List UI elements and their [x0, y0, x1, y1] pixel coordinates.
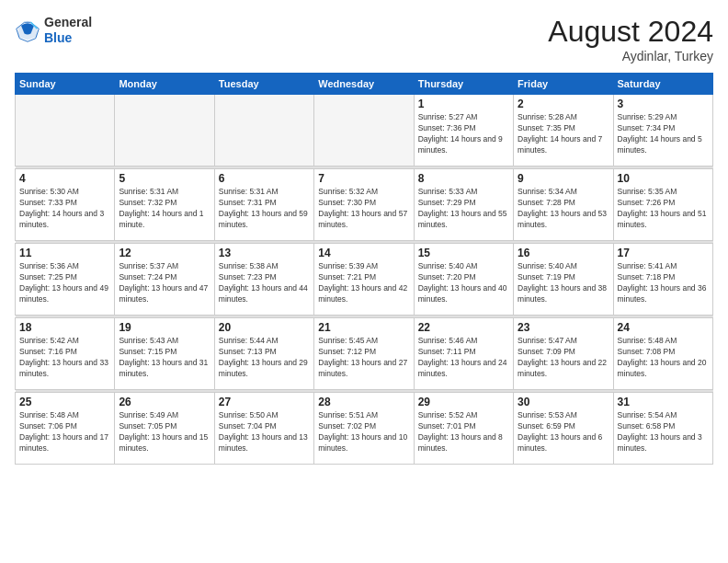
logo-icon	[15, 17, 40, 43]
col-wednesday: Wednesday	[314, 74, 414, 95]
day-info: Sunrise: 5:27 AMSunset: 7:36 PMDaylight:…	[418, 112, 509, 156]
day-info: Sunrise: 5:31 AMSunset: 7:31 PMDaylight:…	[219, 187, 310, 231]
col-thursday: Thursday	[414, 74, 513, 95]
day-info: Sunrise: 5:28 AMSunset: 7:35 PMDaylight:…	[518, 112, 609, 156]
day-number: 5	[119, 172, 210, 185]
day-number: 4	[19, 172, 110, 185]
day-number: 22	[418, 321, 509, 334]
day-info: Sunrise: 5:43 AMSunset: 7:15 PMDaylight:…	[119, 336, 210, 380]
day-info: Sunrise: 5:50 AMSunset: 7:04 PMDaylight:…	[219, 410, 310, 454]
day-number: 3	[618, 98, 709, 110]
day-info: Sunrise: 5:54 AMSunset: 6:58 PMDaylight:…	[618, 410, 709, 454]
table-cell: 12Sunrise: 5:37 AMSunset: 7:24 PMDayligh…	[115, 244, 214, 316]
calendar-week-5: 25Sunrise: 5:48 AMSunset: 7:06 PMDayligh…	[16, 393, 713, 465]
day-info: Sunrise: 5:29 AMSunset: 7:34 PMDaylight:…	[618, 112, 709, 156]
day-number: 10	[618, 172, 709, 185]
title-block: August 2024 Aydinlar, Turkey	[548, 15, 713, 63]
day-number: 15	[418, 247, 509, 259]
table-cell: 24Sunrise: 5:48 AMSunset: 7:08 PMDayligh…	[613, 318, 712, 390]
day-info: Sunrise: 5:31 AMSunset: 7:32 PMDaylight:…	[119, 187, 210, 231]
calendar-week-1: 1Sunrise: 5:27 AMSunset: 7:36 PMDaylight…	[16, 95, 713, 167]
calendar-week-2: 4Sunrise: 5:30 AMSunset: 7:33 PMDaylight…	[16, 169, 713, 241]
day-number: 7	[318, 172, 409, 185]
table-cell: 19Sunrise: 5:43 AMSunset: 7:15 PMDayligh…	[115, 318, 214, 390]
table-cell: 6Sunrise: 5:31 AMSunset: 7:31 PMDaylight…	[214, 169, 313, 241]
col-tuesday: Tuesday	[214, 74, 313, 95]
day-info: Sunrise: 5:47 AMSunset: 7:09 PMDaylight:…	[518, 336, 609, 380]
day-number: 11	[19, 247, 110, 259]
day-info: Sunrise: 5:33 AMSunset: 7:29 PMDaylight:…	[418, 187, 509, 231]
day-number: 25	[19, 396, 110, 408]
day-info: Sunrise: 5:38 AMSunset: 7:23 PMDaylight:…	[219, 261, 310, 305]
table-cell: 3Sunrise: 5:29 AMSunset: 7:34 PMDaylight…	[613, 95, 712, 167]
day-number: 30	[518, 396, 609, 408]
day-number: 24	[618, 321, 709, 334]
day-number: 19	[119, 321, 210, 334]
table-cell: 29Sunrise: 5:52 AMSunset: 7:01 PMDayligh…	[414, 393, 513, 465]
day-info: Sunrise: 5:53 AMSunset: 6:59 PMDaylight:…	[518, 410, 609, 454]
table-cell	[16, 95, 115, 167]
table-cell: 10Sunrise: 5:35 AMSunset: 7:26 PMDayligh…	[613, 169, 712, 241]
day-info: Sunrise: 5:36 AMSunset: 7:25 PMDaylight:…	[19, 261, 110, 305]
day-number: 21	[318, 321, 409, 334]
table-cell: 16Sunrise: 5:40 AMSunset: 7:19 PMDayligh…	[514, 244, 613, 316]
day-number: 27	[219, 396, 310, 408]
day-number: 20	[219, 321, 310, 334]
table-cell: 27Sunrise: 5:50 AMSunset: 7:04 PMDayligh…	[214, 393, 313, 465]
day-number: 29	[418, 396, 509, 408]
table-cell: 18Sunrise: 5:42 AMSunset: 7:16 PMDayligh…	[16, 318, 115, 390]
col-friday: Friday	[514, 74, 613, 95]
logo: General Blue	[15, 15, 92, 46]
table-cell	[115, 95, 214, 167]
logo-text: General Blue	[44, 15, 92, 46]
day-number: 17	[618, 247, 709, 259]
day-info: Sunrise: 5:48 AMSunset: 7:06 PMDaylight:…	[19, 410, 110, 454]
day-info: Sunrise: 5:34 AMSunset: 7:28 PMDaylight:…	[518, 187, 609, 231]
col-monday: Monday	[115, 74, 214, 95]
table-cell: 30Sunrise: 5:53 AMSunset: 6:59 PMDayligh…	[514, 393, 613, 465]
day-info: Sunrise: 5:32 AMSunset: 7:30 PMDaylight:…	[318, 187, 409, 231]
table-cell: 9Sunrise: 5:34 AMSunset: 7:28 PMDaylight…	[514, 169, 613, 241]
col-saturday: Saturday	[613, 74, 712, 95]
day-info: Sunrise: 5:49 AMSunset: 7:05 PMDaylight:…	[119, 410, 210, 454]
day-number: 26	[119, 396, 210, 408]
table-cell	[214, 95, 313, 167]
table-cell: 21Sunrise: 5:45 AMSunset: 7:12 PMDayligh…	[314, 318, 414, 390]
day-number: 14	[318, 247, 409, 259]
day-number: 13	[219, 247, 310, 259]
calendar-header-row: Sunday Monday Tuesday Wednesday Thursday…	[16, 74, 713, 95]
calendar-week-4: 18Sunrise: 5:42 AMSunset: 7:16 PMDayligh…	[16, 318, 713, 390]
table-cell: 11Sunrise: 5:36 AMSunset: 7:25 PMDayligh…	[16, 244, 115, 316]
table-cell: 8Sunrise: 5:33 AMSunset: 7:29 PMDaylight…	[414, 169, 513, 241]
logo-general: General	[44, 15, 92, 30]
calendar-week-3: 11Sunrise: 5:36 AMSunset: 7:25 PMDayligh…	[16, 244, 713, 316]
table-cell: 17Sunrise: 5:41 AMSunset: 7:18 PMDayligh…	[613, 244, 712, 316]
table-cell	[314, 95, 414, 167]
page: General Blue August 2024 Aydinlar, Turke…	[0, 0, 728, 563]
day-number: 9	[518, 172, 609, 185]
header: General Blue August 2024 Aydinlar, Turke…	[15, 15, 713, 63]
table-cell: 26Sunrise: 5:49 AMSunset: 7:05 PMDayligh…	[115, 393, 214, 465]
day-number: 28	[318, 396, 409, 408]
day-info: Sunrise: 5:51 AMSunset: 7:02 PMDaylight:…	[318, 410, 409, 454]
table-cell: 28Sunrise: 5:51 AMSunset: 7:02 PMDayligh…	[314, 393, 414, 465]
day-info: Sunrise: 5:35 AMSunset: 7:26 PMDaylight:…	[618, 187, 709, 231]
day-number: 18	[19, 321, 110, 334]
day-number: 16	[518, 247, 609, 259]
day-info: Sunrise: 5:52 AMSunset: 7:01 PMDaylight:…	[418, 410, 509, 454]
day-info: Sunrise: 5:37 AMSunset: 7:24 PMDaylight:…	[119, 261, 210, 305]
day-number: 2	[518, 98, 609, 110]
table-cell: 1Sunrise: 5:27 AMSunset: 7:36 PMDaylight…	[414, 95, 513, 167]
day-number: 6	[219, 172, 310, 185]
month-year: August 2024	[548, 15, 713, 49]
day-info: Sunrise: 5:30 AMSunset: 7:33 PMDaylight:…	[19, 187, 110, 231]
table-cell: 2Sunrise: 5:28 AMSunset: 7:35 PMDaylight…	[514, 95, 613, 167]
logo-blue: Blue	[44, 30, 92, 46]
day-info: Sunrise: 5:42 AMSunset: 7:16 PMDaylight:…	[19, 336, 110, 380]
day-info: Sunrise: 5:45 AMSunset: 7:12 PMDaylight:…	[318, 336, 409, 380]
day-info: Sunrise: 5:39 AMSunset: 7:21 PMDaylight:…	[318, 261, 409, 305]
day-number: 12	[119, 247, 210, 259]
table-cell: 23Sunrise: 5:47 AMSunset: 7:09 PMDayligh…	[514, 318, 613, 390]
table-cell: 31Sunrise: 5:54 AMSunset: 6:58 PMDayligh…	[613, 393, 712, 465]
day-number: 23	[518, 321, 609, 334]
